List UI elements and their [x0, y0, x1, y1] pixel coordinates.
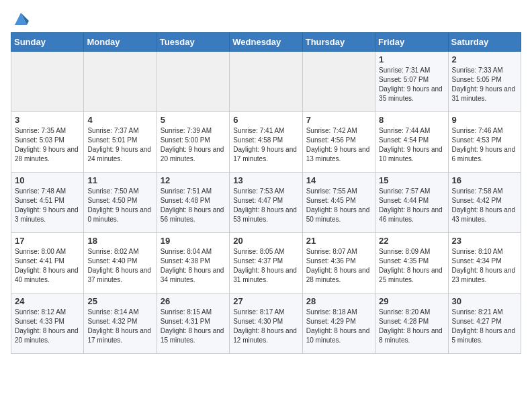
day-number: 20 [233, 236, 298, 246]
day-info: Sunrise: 8:04 AM Sunset: 4:38 PM Dayligh… [161, 247, 226, 285]
weekday-header-monday: Monday [84, 33, 157, 52]
day-info: Sunrise: 7:44 AM Sunset: 4:54 PM Dayligh… [379, 126, 444, 164]
week-row-3: 10Sunrise: 7:48 AM Sunset: 4:51 PM Dayli… [11, 173, 521, 233]
weekday-header-wednesday: Wednesday [230, 33, 302, 52]
day-info: Sunrise: 7:51 AM Sunset: 4:48 PM Dayligh… [161, 187, 226, 224]
calendar-cell [157, 52, 229, 112]
week-row-4: 17Sunrise: 8:00 AM Sunset: 4:41 PM Dayli… [11, 233, 521, 293]
calendar-cell: 27Sunrise: 8:17 AM Sunset: 4:30 PM Dayli… [230, 293, 302, 354]
day-info: Sunrise: 7:37 AM Sunset: 5:01 PM Dayligh… [87, 126, 152, 164]
day-info: Sunrise: 7:39 AM Sunset: 5:00 PM Dayligh… [161, 126, 226, 164]
day-info: Sunrise: 8:09 AM Sunset: 4:35 PM Dayligh… [379, 247, 444, 285]
calendar-cell: 1Sunrise: 7:31 AM Sunset: 5:07 PM Daylig… [375, 52, 448, 112]
day-info: Sunrise: 8:05 AM Sunset: 4:37 PM Dayligh… [233, 247, 298, 285]
day-info: Sunrise: 8:00 AM Sunset: 4:41 PM Dayligh… [15, 247, 80, 285]
weekday-header-sunday: Sunday [11, 33, 84, 52]
day-number: 17 [15, 236, 80, 246]
day-info: Sunrise: 7:57 AM Sunset: 4:44 PM Dayligh… [379, 187, 444, 224]
day-number: 18 [87, 236, 152, 246]
day-info: Sunrise: 8:10 AM Sunset: 4:34 PM Dayligh… [452, 247, 517, 285]
day-info: Sunrise: 7:31 AM Sunset: 5:07 PM Dayligh… [379, 66, 444, 103]
day-number: 3 [15, 115, 80, 125]
calendar-cell: 20Sunrise: 8:05 AM Sunset: 4:37 PM Dayli… [230, 233, 302, 293]
logo [11, 11, 34, 27]
day-number: 11 [87, 175, 152, 185]
day-info: Sunrise: 7:48 AM Sunset: 4:51 PM Dayligh… [15, 187, 80, 224]
day-number: 26 [161, 296, 226, 306]
calendar-cell: 5Sunrise: 7:39 AM Sunset: 5:00 PM Daylig… [157, 112, 229, 173]
day-info: Sunrise: 8:18 AM Sunset: 4:29 PM Dayligh… [306, 308, 371, 345]
calendar-cell: 25Sunrise: 8:14 AM Sunset: 4:32 PM Dayli… [84, 293, 157, 354]
day-number: 25 [87, 296, 152, 306]
day-info: Sunrise: 8:21 AM Sunset: 4:27 PM Dayligh… [452, 308, 517, 345]
calendar-cell: 7Sunrise: 7:42 AM Sunset: 4:56 PM Daylig… [302, 112, 375, 173]
day-info: Sunrise: 7:42 AM Sunset: 4:56 PM Dayligh… [306, 126, 371, 164]
calendar-cell: 8Sunrise: 7:44 AM Sunset: 4:54 PM Daylig… [375, 112, 448, 173]
day-info: Sunrise: 7:35 AM Sunset: 5:03 PM Dayligh… [15, 126, 80, 164]
day-info: Sunrise: 8:07 AM Sunset: 4:36 PM Dayligh… [306, 247, 371, 285]
day-number: 27 [233, 296, 298, 306]
calendar-cell: 21Sunrise: 8:07 AM Sunset: 4:36 PM Dayli… [302, 233, 375, 293]
calendar-cell: 2Sunrise: 7:33 AM Sunset: 5:05 PM Daylig… [448, 52, 521, 112]
calendar-cell: 13Sunrise: 7:53 AM Sunset: 4:47 PM Dayli… [230, 173, 302, 233]
day-info: Sunrise: 8:17 AM Sunset: 4:30 PM Dayligh… [233, 308, 298, 345]
calendar-cell: 9Sunrise: 7:46 AM Sunset: 4:53 PM Daylig… [448, 112, 521, 173]
day-info: Sunrise: 8:20 AM Sunset: 4:28 PM Dayligh… [379, 308, 444, 345]
day-number: 29 [379, 296, 444, 306]
day-number: 24 [15, 296, 80, 306]
calendar-cell: 17Sunrise: 8:00 AM Sunset: 4:41 PM Dayli… [11, 233, 84, 293]
day-number: 13 [233, 175, 298, 185]
calendar-cell: 29Sunrise: 8:20 AM Sunset: 4:28 PM Dayli… [375, 293, 448, 354]
calendar-cell: 11Sunrise: 7:50 AM Sunset: 4:50 PM Dayli… [84, 173, 157, 233]
day-info: Sunrise: 8:14 AM Sunset: 4:32 PM Dayligh… [87, 308, 152, 345]
day-number: 14 [306, 175, 371, 185]
day-number: 21 [306, 236, 371, 246]
weekday-header-row: SundayMondayTuesdayWednesdayThursdayFrid… [11, 33, 521, 52]
day-info: Sunrise: 7:55 AM Sunset: 4:45 PM Dayligh… [306, 187, 371, 224]
calendar-cell: 28Sunrise: 8:18 AM Sunset: 4:29 PM Dayli… [302, 293, 375, 354]
calendar-cell: 23Sunrise: 8:10 AM Sunset: 4:34 PM Dayli… [448, 233, 521, 293]
calendar-cell: 14Sunrise: 7:55 AM Sunset: 4:45 PM Dayli… [302, 173, 375, 233]
calendar-cell: 24Sunrise: 8:12 AM Sunset: 4:33 PM Dayli… [11, 293, 84, 354]
week-row-2: 3Sunrise: 7:35 AM Sunset: 5:03 PM Daylig… [11, 112, 521, 173]
day-number: 28 [306, 296, 371, 306]
calendar-cell [11, 52, 84, 112]
day-number: 16 [452, 175, 517, 185]
day-info: Sunrise: 7:58 AM Sunset: 4:42 PM Dayligh… [452, 187, 517, 224]
day-info: Sunrise: 7:50 AM Sunset: 4:50 PM Dayligh… [87, 187, 152, 224]
day-info: Sunrise: 7:41 AM Sunset: 4:58 PM Dayligh… [233, 126, 298, 164]
day-info: Sunrise: 7:53 AM Sunset: 4:47 PM Dayligh… [233, 187, 298, 224]
day-number: 8 [379, 115, 444, 125]
day-number: 22 [379, 236, 444, 246]
calendar-cell: 18Sunrise: 8:02 AM Sunset: 4:40 PM Dayli… [84, 233, 157, 293]
calendar-cell: 12Sunrise: 7:51 AM Sunset: 4:48 PM Dayli… [157, 173, 229, 233]
calendar-cell: 4Sunrise: 7:37 AM Sunset: 5:01 PM Daylig… [84, 112, 157, 173]
calendar-cell: 26Sunrise: 8:15 AM Sunset: 4:31 PM Dayli… [157, 293, 229, 354]
day-number: 12 [161, 175, 226, 185]
page-header [11, 11, 521, 27]
weekday-header-saturday: Saturday [448, 33, 521, 52]
day-number: 30 [452, 296, 517, 306]
calendar-cell [230, 52, 302, 112]
calendar-table: SundayMondayTuesdayWednesdayThursdayFrid… [11, 32, 521, 354]
calendar-cell: 19Sunrise: 8:04 AM Sunset: 4:38 PM Dayli… [157, 233, 229, 293]
day-number: 2 [452, 54, 517, 64]
week-row-5: 24Sunrise: 8:12 AM Sunset: 4:33 PM Dayli… [11, 293, 521, 354]
day-number: 9 [452, 115, 517, 125]
day-number: 4 [87, 115, 152, 125]
calendar-cell: 3Sunrise: 7:35 AM Sunset: 5:03 PM Daylig… [11, 112, 84, 173]
logo-icon [11, 11, 31, 27]
day-info: Sunrise: 7:33 AM Sunset: 5:05 PM Dayligh… [452, 66, 517, 103]
weekday-header-friday: Friday [375, 33, 448, 52]
day-number: 7 [306, 115, 371, 125]
calendar-cell: 30Sunrise: 8:21 AM Sunset: 4:27 PM Dayli… [448, 293, 521, 354]
calendar-cell: 6Sunrise: 7:41 AM Sunset: 4:58 PM Daylig… [230, 112, 302, 173]
calendar-cell: 15Sunrise: 7:57 AM Sunset: 4:44 PM Dayli… [375, 173, 448, 233]
day-number: 5 [161, 115, 226, 125]
day-number: 19 [161, 236, 226, 246]
day-number: 1 [379, 54, 444, 64]
day-number: 15 [379, 175, 444, 185]
day-info: Sunrise: 8:15 AM Sunset: 4:31 PM Dayligh… [161, 308, 226, 345]
weekday-header-thursday: Thursday [302, 33, 375, 52]
day-number: 10 [15, 175, 80, 185]
